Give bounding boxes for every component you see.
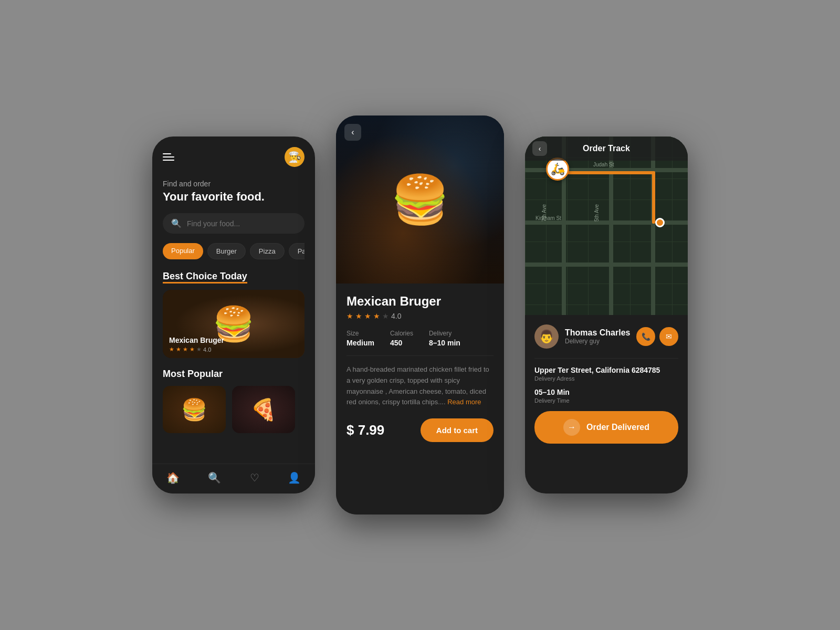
- route-vertical: [652, 171, 655, 224]
- detail-area: Mexican Bruger ★ ★ ★ ★ ★ 4.0 Size Medium…: [336, 284, 504, 514]
- driver-info: Thomas Charles Delivery guy: [565, 328, 636, 345]
- map-title: Order Track: [583, 144, 630, 153]
- avatar[interactable]: 👨‍🍳: [285, 147, 304, 167]
- order-delivered-label: Order Delivered: [586, 423, 649, 432]
- back-button[interactable]: ‹: [344, 124, 361, 141]
- driver-name: Thomas Charles: [565, 328, 636, 338]
- phone-screen-home: 👨‍🍳 Find and order Your favorite food. 🔍…: [152, 136, 315, 494]
- popular-grid: 🍔 🍕: [163, 386, 304, 433]
- detail-price: $ 7.99: [346, 422, 384, 438]
- arrow-icon: →: [568, 423, 576, 432]
- filter-tab-pa[interactable]: Pa...: [289, 243, 304, 259]
- delivery-icon: 🛵: [551, 162, 565, 176]
- call-button[interactable]: 📞: [636, 327, 655, 346]
- nav-profile-icon[interactable]: 👤: [288, 471, 301, 484]
- menu-icon[interactable]: [163, 153, 174, 161]
- food-scene: 🍔: [336, 116, 504, 284]
- arrow-circle: →: [563, 419, 580, 436]
- phone-screen-tracking: Judah St 7th Ave 5th Ave Kirkham St 🛵 ‹ …: [525, 136, 688, 494]
- street-label-5th: 5th Ave: [594, 204, 600, 222]
- filter-tab-burger[interactable]: Burger: [207, 243, 246, 259]
- driver-row: 👨 Thomas Charles Delivery guy 📞 ✉: [534, 324, 678, 349]
- detail-food-name: Mexican Bruger: [346, 294, 494, 309]
- driver-avatar: 👨: [534, 324, 559, 349]
- road-v3: [651, 136, 655, 315]
- phone-screen-detail: 🍔 ‹ Mexican Bruger ★ ★ ★ ★ ★ 4.0 Size Me…: [336, 116, 504, 514]
- detail-specs: Size Medium Calories 450 Delivery 8–10 m…: [346, 330, 494, 356]
- map-back-button[interactable]: ‹: [532, 141, 547, 156]
- map-back-icon: ‹: [539, 144, 541, 153]
- best-choice-title: Best Choice Today: [163, 271, 304, 284]
- address-label: Delivery Adress: [534, 375, 678, 382]
- route-horizontal: [565, 171, 654, 174]
- nav-search-icon[interactable]: 🔍: [208, 471, 221, 484]
- popular-card-pizza[interactable]: 🍕: [232, 386, 295, 433]
- delivery-time-label: Delivery Time: [534, 397, 678, 404]
- detail-rating: 4.0: [391, 312, 401, 320]
- detail-footer: $ 7.99 Add to cart: [346, 418, 494, 442]
- street-label-judah: Judah St: [593, 162, 614, 167]
- best-choice-stars: ★ ★ ★ ★ ★ 4.0: [169, 346, 224, 353]
- filter-tab-pizza[interactable]: Pizza: [250, 243, 285, 259]
- divider: [534, 358, 678, 359]
- driver-role: Delivery guy: [565, 338, 636, 345]
- filter-tab-popular[interactable]: Popular: [163, 243, 203, 259]
- nav-home-icon[interactable]: 🏠: [166, 471, 180, 484]
- info-area: 👨 Thomas Charles Delivery guy 📞 ✉ Upper …: [525, 315, 688, 453]
- address-value: Upper Ter Street, California 6284785: [534, 366, 678, 374]
- search-input[interactable]: [187, 219, 296, 228]
- popular-pizza-image: 🍕: [232, 386, 295, 433]
- read-more-link[interactable]: Read more: [447, 398, 481, 406]
- best-choice-card[interactable]: 🍔 Mexican Bruger ★ ★ ★ ★ ★ 4.0: [163, 290, 304, 358]
- popular-burger-image: 🍔: [163, 386, 226, 433]
- delivery-marker: 🛵: [546, 158, 569, 181]
- food-image-area: 🍔 ‹: [336, 116, 504, 284]
- heading-main: Your favorite food.: [163, 190, 304, 204]
- destination-marker: [655, 218, 665, 227]
- nav-favorites-icon[interactable]: ♡: [250, 471, 259, 484]
- most-popular-title: Most Popular: [163, 369, 304, 380]
- detail-description: A hand-breaded marinated chicken fillet …: [346, 364, 494, 408]
- popular-card-burger[interactable]: 🍔: [163, 386, 226, 433]
- spec-calories: Calories 450: [390, 330, 413, 347]
- search-icon: 🔍: [171, 218, 182, 228]
- search-bar[interactable]: 🔍: [163, 213, 304, 234]
- address-row: Upper Ter Street, California 6284785 Del…: [534, 366, 678, 382]
- spec-delivery: Delivery 8–10 min: [429, 330, 460, 347]
- add-to-cart-button[interactable]: Add to cart: [421, 418, 494, 442]
- driver-actions: 📞 ✉: [636, 327, 678, 346]
- heading-sub: Find and order: [163, 180, 304, 188]
- delivery-time-row: 05–10 Min Delivery Time: [534, 388, 678, 404]
- order-delivered-button[interactable]: → Order Delivered: [534, 411, 678, 444]
- top-bar: 👨‍🍳: [163, 147, 304, 167]
- filter-tabs: Popular Burger Pizza Pa...: [163, 243, 304, 259]
- map-background: Judah St 7th Ave 5th Ave Kirkham St 🛵: [525, 136, 688, 315]
- detail-stars: ★ ★ ★ ★ ★ 4.0: [346, 312, 494, 320]
- email-button[interactable]: ✉: [659, 327, 678, 346]
- back-icon: ‹: [351, 128, 354, 137]
- spec-size: Size Medium: [346, 330, 374, 347]
- road-h3: [525, 262, 688, 267]
- best-choice-name: Mexican Bruger: [169, 336, 224, 344]
- street-label-kirkham: Kirkham St: [536, 215, 561, 221]
- map-header: ‹ Order Track: [525, 136, 688, 161]
- map-area: Judah St 7th Ave 5th Ave Kirkham St 🛵 ‹ …: [525, 136, 688, 315]
- delivery-time-value: 05–10 Min: [534, 388, 678, 396]
- bottom-nav: 🏠 🔍 ♡ 👤: [152, 464, 315, 494]
